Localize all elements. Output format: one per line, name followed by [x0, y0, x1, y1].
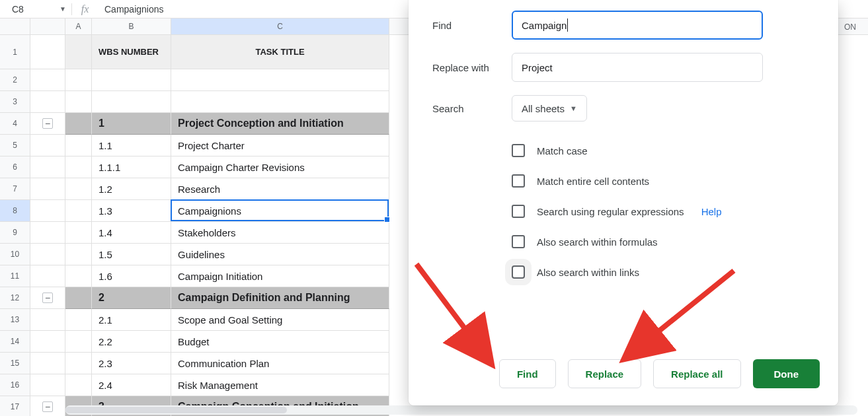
cell[interactable]: 2.2	[92, 331, 171, 353]
cell[interactable]	[92, 91, 171, 113]
find-button[interactable]: Find	[499, 359, 556, 388]
cell[interactable]: Campaign Definition and Planning	[171, 287, 389, 309]
cell[interactable]	[65, 265, 92, 287]
select-all-corner[interactable]	[0, 18, 30, 34]
cell[interactable]: 1.6	[92, 265, 171, 287]
row-header[interactable]: 13	[0, 309, 30, 331]
formula-input[interactable]: Campaignions	[98, 4, 164, 15]
cell[interactable]: 1.4	[92, 222, 171, 244]
find-label: Find	[432, 20, 512, 31]
cell[interactable]: Campaignions	[171, 200, 389, 222]
row-header[interactable]: 12	[0, 287, 30, 309]
cell[interactable]	[65, 178, 92, 200]
replace-all-button[interactable]: Replace all	[653, 359, 740, 388]
cell[interactable]	[65, 353, 92, 374]
cell[interactable]: 2.1	[92, 309, 171, 331]
row-header[interactable]: 6	[0, 156, 30, 178]
cell[interactable]: Project Charter	[171, 135, 389, 156]
cell[interactable]	[65, 113, 92, 135]
cell[interactable]: Risk Management	[171, 374, 389, 396]
formulas-checkbox[interactable]	[512, 235, 525, 248]
cell[interactable]	[171, 91, 389, 113]
cell[interactable]	[65, 156, 92, 178]
row-header[interactable]: 15	[0, 353, 30, 374]
links-checkbox[interactable]	[512, 265, 525, 279]
cell[interactable]: 1.1	[92, 135, 171, 156]
search-scope-select[interactable]: All sheets ▼	[512, 95, 587, 121]
row-header[interactable]: 16	[0, 374, 30, 396]
cell[interactable]	[65, 35, 92, 69]
group-gutter	[30, 244, 65, 265]
cell[interactable]: TASK TITLE	[171, 35, 389, 69]
cell[interactable]	[65, 309, 92, 331]
row-header[interactable]: 5	[0, 135, 30, 156]
cell[interactable]	[65, 222, 92, 244]
cell[interactable]: Research	[171, 178, 389, 200]
cell[interactable]	[65, 331, 92, 353]
done-button[interactable]: Done	[753, 359, 820, 388]
row-header[interactable]: 3	[0, 91, 30, 113]
match-case-label: Match case	[537, 145, 588, 156]
group-gutter: −	[30, 287, 65, 309]
cell[interactable]	[65, 244, 92, 265]
row-header[interactable]: 17	[0, 396, 30, 416]
cell[interactable]: Budget	[171, 331, 389, 353]
cell[interactable]: Communication Plan	[171, 353, 389, 374]
cell[interactable]: 1	[92, 113, 171, 135]
row-header[interactable]: 11	[0, 265, 30, 287]
cell[interactable]: 1.1.1	[92, 156, 171, 178]
row-header[interactable]: 7	[0, 178, 30, 200]
cell[interactable]: Campaign Charter Revisions	[171, 156, 389, 178]
cell[interactable]	[65, 135, 92, 156]
cell[interactable]: Project Conception and Initiation	[171, 113, 389, 135]
row-header[interactable]: 1	[0, 35, 30, 69]
cell[interactable]	[65, 69, 92, 91]
match-case-checkbox[interactable]	[512, 144, 525, 157]
cell[interactable]: WBS NUMBER	[92, 35, 171, 69]
cell[interactable]	[92, 69, 171, 91]
cell[interactable]: 1.5	[92, 244, 171, 265]
cell[interactable]: 1.2	[92, 178, 171, 200]
cell[interactable]	[65, 374, 92, 396]
formulas-label: Also search within formulas	[537, 236, 658, 248]
replace-label: Replace with	[432, 62, 512, 73]
regex-checkbox[interactable]	[512, 205, 525, 218]
column-header[interactable]: C	[171, 18, 389, 34]
row-header[interactable]: 8	[0, 200, 30, 222]
column-header[interactable]: B	[92, 18, 171, 34]
row-header[interactable]: 2	[0, 69, 30, 91]
find-replace-dialog: Find Campaign Replace with Search All sh…	[409, 0, 838, 405]
cell[interactable]: 1.3	[92, 200, 171, 222]
replace-button[interactable]: Replace	[568, 359, 642, 388]
cell[interactable]: Campaign Initiation	[171, 265, 389, 287]
group-gutter	[30, 374, 65, 396]
find-input[interactable]: Campaign	[512, 11, 763, 40]
group-collapse-toggle[interactable]: −	[42, 293, 53, 303]
group-collapse-toggle[interactable]: −	[42, 118, 53, 129]
cell[interactable]: Guidelines	[171, 244, 389, 265]
cell[interactable]: 2.3	[92, 353, 171, 374]
cell[interactable]	[65, 91, 92, 113]
row-header[interactable]: 9	[0, 222, 30, 244]
cell[interactable]: 2.4	[92, 374, 171, 396]
horizontal-scrollbar[interactable]	[65, 405, 857, 415]
row-header[interactable]: 4	[0, 113, 30, 135]
search-scope-value: All sheets	[522, 103, 565, 114]
cell[interactable]	[65, 200, 92, 222]
cell[interactable]: Stakeholders	[171, 222, 389, 244]
cell[interactable]	[171, 69, 389, 91]
row-header[interactable]: 14	[0, 331, 30, 353]
cell[interactable]	[65, 287, 92, 309]
cell[interactable]: 2	[92, 287, 171, 309]
replace-input[interactable]	[512, 53, 763, 82]
row-header[interactable]: 10	[0, 244, 30, 265]
name-box[interactable]: C8 ▼	[0, 4, 71, 15]
cell[interactable]: Scope and Goal Setting	[171, 309, 389, 331]
scrollbar-thumb[interactable]	[65, 407, 287, 413]
entire-cell-label: Match entire cell contents	[537, 176, 649, 187]
group-collapse-toggle[interactable]: −	[42, 401, 53, 412]
entire-cell-checkbox[interactable]	[512, 174, 525, 188]
regex-help-link[interactable]: Help	[701, 206, 722, 217]
column-header[interactable]: A	[65, 18, 92, 34]
text-caret	[567, 18, 568, 32]
